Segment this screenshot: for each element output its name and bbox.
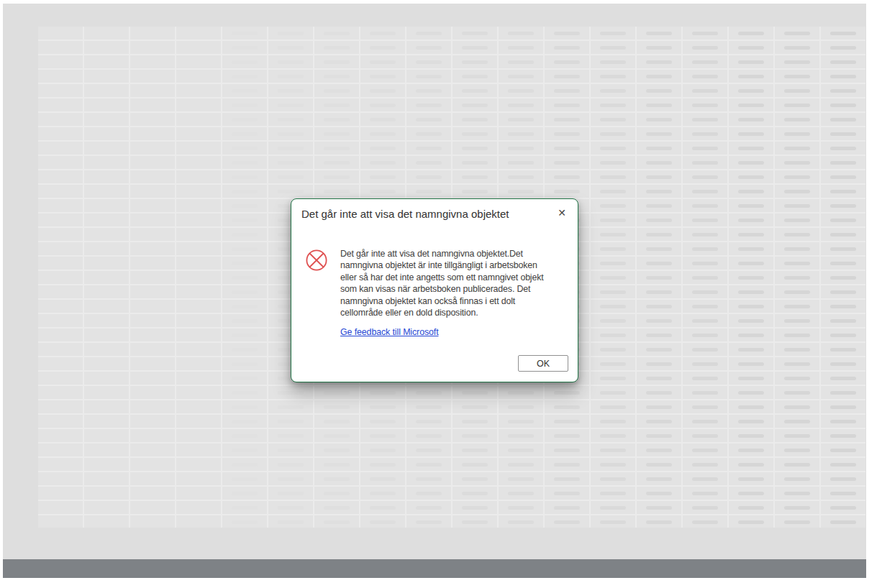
cell-placeholder-pill (646, 520, 672, 524)
cell-placeholder-pill (508, 89, 534, 93)
cell-placeholder-pill (646, 334, 672, 337)
cell-placeholder-pill (416, 434, 442, 438)
grid-cell (499, 458, 543, 471)
cell-placeholder-pill (462, 420, 488, 423)
cell-placeholder-pill (508, 104, 534, 107)
cell-placeholder-pill (554, 405, 580, 409)
grid-cell (821, 213, 865, 226)
grid-cell (406, 156, 451, 169)
cell-placeholder-pill (370, 89, 396, 93)
cell-placeholder-pill (738, 362, 764, 366)
grid-cell (729, 228, 773, 241)
grid-cell (775, 314, 819, 327)
cell-placeholder-pill (692, 520, 718, 524)
grid-cell (314, 127, 359, 140)
grid-cell (176, 185, 221, 198)
grid-cell (729, 257, 773, 270)
cell-placeholder-pill (324, 463, 350, 467)
grid-cell (453, 27, 497, 40)
cell-placeholder-pill (508, 477, 534, 481)
grid-cell (176, 257, 221, 270)
grid-cell (729, 429, 773, 442)
grid-cell (499, 41, 543, 54)
grid-cell (453, 98, 497, 111)
grid-cell (729, 27, 773, 40)
cell-placeholder-pill (554, 434, 580, 438)
cell-placeholder-pill (278, 420, 304, 423)
cell-placeholder-pill (830, 305, 856, 308)
cell-placeholder-pill (600, 104, 626, 107)
close-icon[interactable]: ✕ (555, 206, 569, 219)
grid-cell (38, 170, 83, 183)
grid-cell (637, 199, 681, 212)
grid-cell (545, 98, 589, 111)
grid-cell (637, 142, 681, 155)
grid-cell (683, 300, 727, 313)
grid-cell (176, 55, 221, 68)
cell-placeholder-pill (416, 477, 442, 481)
cell-placeholder-pill (646, 362, 672, 366)
cell-placeholder-pill (416, 104, 442, 107)
cell-placeholder-pill (830, 290, 856, 294)
grid-cell (683, 55, 727, 68)
cell-placeholder-pill (784, 434, 810, 438)
grid-cell (545, 55, 589, 68)
grid-cell (360, 70, 405, 83)
cell-placeholder-pill (830, 477, 856, 481)
grid-cell (268, 70, 313, 83)
grid-cell (176, 343, 221, 356)
grid-cell (38, 185, 83, 198)
ok-button[interactable]: OK (518, 355, 568, 372)
cell-placeholder-pill (278, 104, 304, 107)
cell-placeholder-pill (738, 60, 764, 64)
grid-cell (729, 285, 773, 298)
cell-placeholder-pill (646, 89, 672, 93)
cell-placeholder-pill (830, 362, 856, 366)
grid-cell (84, 372, 129, 385)
cell-placeholder-pill (232, 147, 258, 150)
cell-placeholder-pill (830, 190, 856, 193)
cell-placeholder-pill (232, 391, 258, 395)
grid-cell (499, 444, 543, 456)
grid-cell (821, 501, 865, 514)
cell-placeholder-pill (600, 492, 626, 495)
cell-placeholder-pill (830, 104, 856, 107)
grid-cell (637, 113, 681, 126)
feedback-link[interactable]: Ge feedback till Microsoft (340, 327, 439, 337)
grid-cell (729, 515, 773, 528)
cell-placeholder-pill (462, 405, 488, 409)
cell-placeholder-pill (692, 506, 718, 510)
grid-cell (268, 472, 313, 485)
cell-placeholder-pill (462, 46, 488, 50)
grid-cell (453, 429, 497, 442)
cell-placeholder-pill (784, 477, 810, 481)
cell-placeholder-pill (738, 492, 764, 495)
grid-cell (637, 515, 681, 528)
cell-placeholder-pill (738, 377, 764, 380)
grid-cell (499, 70, 543, 83)
grid-cell (637, 487, 681, 500)
grid-cell (406, 113, 451, 126)
cell-placeholder-pill (830, 463, 856, 467)
cell-placeholder-pill (462, 175, 488, 179)
cell-placeholder-pill (370, 520, 396, 524)
grid-cell (38, 300, 83, 313)
cell-placeholder-pill (784, 319, 810, 323)
grid-cell (821, 285, 865, 298)
cell-placeholder-pill (232, 60, 258, 64)
grid-cell (775, 271, 819, 284)
grid-cell (222, 55, 267, 68)
grid-cell (268, 444, 313, 456)
grid-cell (84, 142, 129, 155)
grid-cell (821, 70, 865, 83)
cell-placeholder-pill (784, 118, 810, 121)
cell-placeholder-pill (278, 492, 304, 495)
cell-placeholder-pill (416, 147, 442, 150)
grid-cell (222, 98, 267, 111)
cell-placeholder-pill (278, 118, 304, 121)
cell-placeholder-pill (324, 391, 350, 395)
grid-cell (453, 70, 497, 83)
grid-cell (821, 41, 865, 54)
grid-cell (775, 429, 819, 442)
cell-placeholder-pill (324, 46, 350, 50)
